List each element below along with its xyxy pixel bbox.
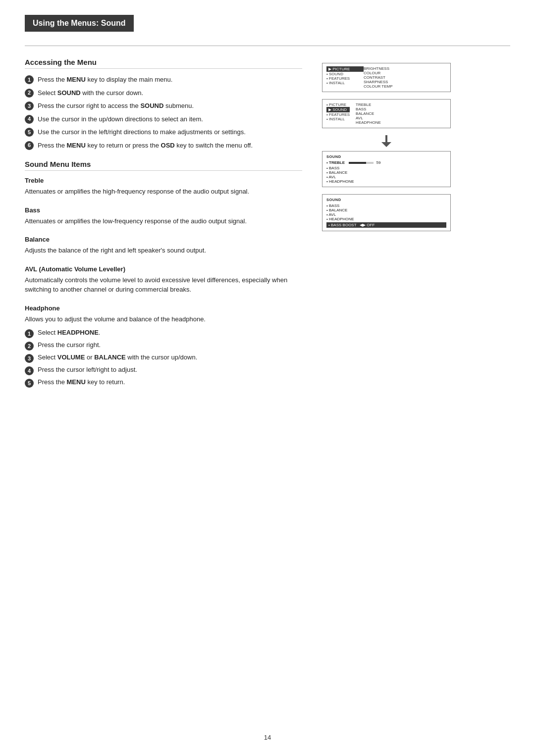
step-5: 5 Use the cursor in the left/right direc…: [25, 127, 302, 137]
page-container: Using the Menus: Sound Accessing the Men…: [0, 0, 535, 756]
screen1-sharpness: SHARPNESS: [364, 80, 398, 84]
avl-body: Automatically controls the volume level …: [25, 275, 302, 295]
right-column: ▶ PICTURE • SOUND • FEATURES • INSTALL B…: [322, 58, 451, 238]
hp-step-5: 5 Press the MENU key to return.: [25, 378, 302, 388]
bass-boost-label: SOUND: [326, 198, 446, 202]
sound-balance-item: • BALANCE: [326, 170, 446, 175]
subsection-avl: AVL (Automatic Volume Leveller) Automati…: [25, 265, 302, 295]
hp-step-num-4: 4: [25, 366, 34, 375]
step-3: 3 Press the cursor right to access the S…: [25, 101, 302, 111]
subsection-balance: Balance Adjusts the balance of the right…: [25, 236, 302, 255]
step-num-2: 2: [25, 89, 34, 98]
sn-balance: BALANCE: [356, 111, 381, 116]
screen-wide-1: ▶ PICTURE • SOUND • FEATURES • INSTALL B…: [326, 66, 446, 89]
sn-headphone: HEADPHONE: [356, 120, 381, 125]
sn-features: • FEATURES: [326, 112, 350, 117]
step-text-6: Press the MENU key to return or press th…: [38, 141, 302, 151]
subsection-headphone: Headphone Allows you to adjust the volum…: [25, 304, 302, 388]
step-text-5: Use the cursor in the left/right directi…: [38, 127, 302, 137]
bb-bass-boost: • BASS BOOST ◀▶ OFF: [326, 222, 446, 228]
step-4: 4 Use the cursor in the up/down directio…: [25, 114, 302, 124]
screen-mockup-sound-nav: • PICTURE ▶ SOUND • FEATURES • INSTALL T…: [322, 99, 451, 128]
subsection-bass: Bass Attenuates or amplifies the low-fre…: [25, 206, 302, 226]
hp-step-num-1: 1: [25, 329, 34, 338]
screen1-item-sound: • SOUND: [326, 72, 364, 76]
hp-step-2: 2 Press the cursor right.: [25, 341, 302, 351]
sn-sound: ▶ SOUND: [326, 107, 350, 112]
step-num-1: 1: [25, 75, 34, 84]
bass-heading: Bass: [25, 206, 302, 214]
accessing-menu-steps: 1 Press the MENU key to display the main…: [25, 75, 302, 150]
treble-body: Attenuates or amplifies the high-frequen…: [25, 187, 302, 197]
screen1-item-install: • INSTALL: [326, 81, 364, 85]
headphone-heading: Headphone: [25, 304, 302, 312]
treble-heading: Treble: [25, 177, 302, 184]
step-6: 6 Press the MENU key to return or press …: [25, 141, 302, 151]
bb-headphone: • HEADPHONE: [326, 217, 446, 221]
balance-heading: Balance: [25, 236, 302, 243]
screen1-contrast: CONTRAST: [364, 75, 398, 80]
sn-install: • INSTALL: [326, 117, 350, 121]
sound-nav-row: • PICTURE ▶ SOUND • FEATURES • INSTALL T…: [326, 102, 446, 125]
hp-step-num-5: 5: [25, 379, 34, 388]
sn-treble: TREBLE: [356, 102, 381, 107]
bass-body: Attenuates or amplifies the low-frequenc…: [25, 216, 302, 226]
sound-menu-section: Sound Menu Items Treble Attenuates or am…: [25, 160, 302, 388]
sound-headphone-item: • HEADPHONE: [326, 179, 446, 184]
step-num-5: 5: [25, 128, 34, 137]
sound-nav-left: • PICTURE ▶ SOUND • FEATURES • INSTALL: [326, 102, 350, 125]
step-1: 1 Press the MENU key to display the main…: [25, 75, 302, 85]
screen1-brightness: BRIGHTNESS: [364, 66, 398, 71]
page-title: Using the Menus: Sound: [25, 15, 134, 32]
sn-avl: AVL: [356, 116, 381, 120]
hp-step-text-5: Press the MENU key to return.: [38, 378, 302, 386]
step-text-4: Use the cursor in the up/down directions…: [38, 114, 302, 124]
svg-rect-0: [385, 135, 387, 143]
headphone-body: Allows you to adjust the volume and bala…: [25, 314, 302, 324]
hp-step-num-2: 2: [25, 342, 34, 351]
avl-heading: AVL (Automatic Volume Leveller): [25, 265, 302, 273]
hp-step-text-2: Press the cursor right.: [38, 341, 302, 349]
bb-avl: • AVL: [326, 212, 446, 217]
hp-step-num-3: 3: [25, 354, 34, 363]
hp-step-text-3: Select VOLUME or BALANCE with the cursor…: [38, 353, 302, 361]
screen-mockup-sound-submenu: SOUND • TREBLE 59 • BASS • BALANCE • AVL…: [322, 151, 451, 187]
step-text-2: Select SOUND with the cursor down.: [38, 88, 302, 98]
hp-step-4: 4 Press the cursor left/right to adjust.: [25, 366, 302, 375]
step-num-6: 6: [25, 141, 34, 150]
bb-bass: • BASS: [326, 203, 446, 208]
sn-picture: • PICTURE: [326, 102, 350, 107]
step-num-4: 4: [25, 115, 34, 124]
accessing-menu-heading: Accessing the Menu: [25, 58, 302, 69]
step-text-3: Press the cursor right to access the SOU…: [38, 101, 302, 111]
screen1-colour-temp: COLOUR TEMP: [364, 84, 398, 89]
page-number: 14: [264, 734, 271, 741]
sound-bass-item: • BASS: [326, 166, 446, 170]
screen-mockup-bass-boost: SOUND • BASS • BALANCE • AVL • HEADPHONE…: [322, 194, 451, 231]
subsection-treble: Treble Attenuates or amplifies the high-…: [25, 177, 302, 197]
sound-submenu-label: SOUND: [326, 154, 446, 159]
screen1-left-col: ▶ PICTURE • SOUND • FEATURES • INSTALL: [326, 66, 364, 89]
screen1-colour: COLOUR: [364, 71, 398, 75]
sound-treble-item: • TREBLE 59: [326, 160, 446, 165]
hp-step-text-4: Press the cursor left/right to adjust.: [38, 366, 302, 373]
screen-mockup-picture: ▶ PICTURE • SOUND • FEATURES • INSTALL B…: [322, 63, 451, 92]
step-2: 2 Select SOUND with the cursor down.: [25, 88, 302, 98]
sound-avl-item: • AVL: [326, 175, 446, 179]
headphone-steps-list: 1 Select HEADPHONE. 2 Press the cursor r…: [25, 329, 302, 388]
sn-bass: BASS: [356, 107, 381, 111]
screen1-item-picture: ▶ PICTURE: [326, 66, 364, 72]
left-column: Accessing the Menu 1 Press the MENU key …: [25, 58, 302, 398]
main-layout: Accessing the Menu 1 Press the MENU key …: [25, 58, 510, 398]
hp-step-1: 1 Select HEADPHONE.: [25, 329, 302, 338]
screen1-item-features: • FEATURES: [326, 76, 364, 81]
sound-nav-right: TREBLE BASS BALANCE AVL HEADPHONE: [356, 102, 381, 125]
arrow-down-icon: [322, 135, 451, 149]
hp-step-text-1: Select HEADPHONE.: [38, 329, 302, 336]
step-num-3: 3: [25, 101, 34, 110]
accessing-menu-section: Accessing the Menu 1 Press the MENU key …: [25, 58, 302, 150]
sound-menu-heading: Sound Menu Items: [25, 160, 302, 171]
svg-marker-1: [381, 142, 391, 147]
screen1-right-col: BRIGHTNESS COLOUR CONTRAST SHARPNESS COL…: [364, 66, 398, 89]
bb-balance: • BALANCE: [326, 208, 446, 212]
